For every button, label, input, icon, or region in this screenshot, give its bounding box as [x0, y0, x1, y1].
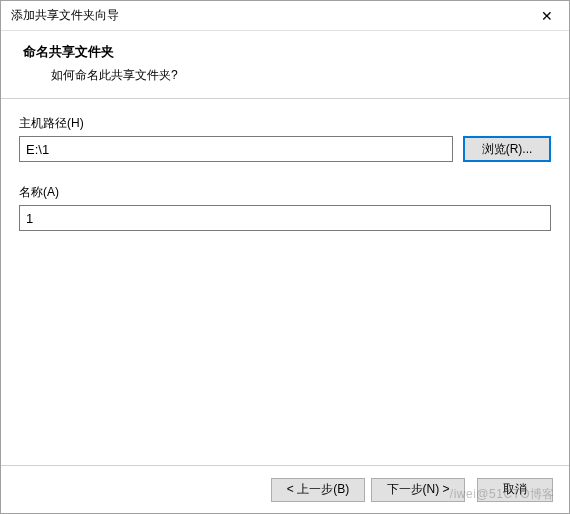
page-subtitle: 如何命名此共享文件夹? [51, 67, 559, 84]
host-path-input[interactable] [19, 136, 453, 162]
titlebar: 添加共享文件夹向导 ✕ [1, 1, 569, 31]
wizard-footer: < 上一步(B) 下一步(N) > 取消 [1, 465, 569, 513]
close-button[interactable]: ✕ [524, 1, 569, 31]
name-group: 名称(A) [19, 184, 551, 231]
wizard-content: 主机路径(H) 浏览(R)... 名称(A) [1, 99, 569, 465]
wizard-window: 添加共享文件夹向导 ✕ 命名共享文件夹 如何命名此共享文件夹? 主机路径(H) … [0, 0, 570, 514]
host-path-label: 主机路径(H) [19, 115, 551, 132]
name-input[interactable] [19, 205, 551, 231]
back-button[interactable]: < 上一步(B) [271, 478, 365, 502]
name-label: 名称(A) [19, 184, 551, 201]
next-button[interactable]: 下一步(N) > [371, 478, 465, 502]
host-path-row: 浏览(R)... [19, 136, 551, 162]
host-path-group: 主机路径(H) 浏览(R)... [19, 115, 551, 162]
browse-button[interactable]: 浏览(R)... [463, 136, 551, 162]
page-title: 命名共享文件夹 [23, 43, 559, 61]
close-icon: ✕ [541, 8, 553, 24]
wizard-header: 命名共享文件夹 如何命名此共享文件夹? [1, 31, 569, 99]
window-title: 添加共享文件夹向导 [11, 7, 119, 24]
name-row [19, 205, 551, 231]
cancel-button[interactable]: 取消 [477, 478, 553, 502]
